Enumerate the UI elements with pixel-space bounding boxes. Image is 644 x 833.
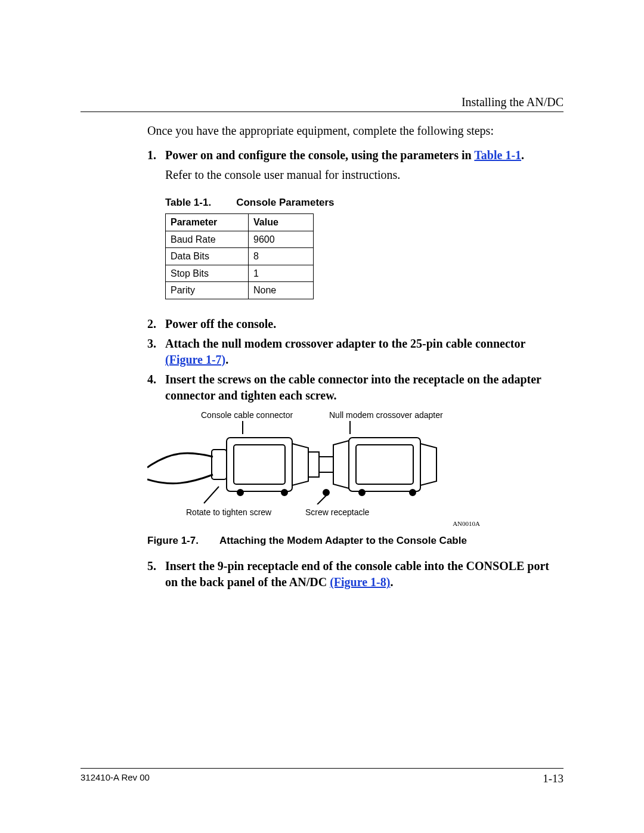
col-parameter: Parameter	[166, 213, 249, 231]
header-rule	[80, 112, 564, 112]
page-footer: 312410-A Rev 00 1-13	[80, 768, 564, 785]
step-1-text-a: Power on and configure the console, usin…	[165, 148, 474, 162]
step-2-text: Power off the console.	[165, 316, 564, 332]
intro-text: Once you have the appropriate equipment,…	[147, 123, 564, 139]
callout-rotate-screw: Rotate to tighten screw	[186, 507, 305, 518]
doc-number: 312410-A Rev 00	[80, 772, 150, 785]
svg-line-16	[317, 496, 326, 504]
page: Installing the AN/DC Once you have the a…	[0, 0, 644, 833]
table-header-row: Parameter Value	[166, 213, 314, 231]
table-caption-title: Console Parameters	[236, 197, 334, 208]
callout-null-modem-adapter: Null modem crossover adapter	[329, 410, 443, 421]
step-list-cont: 5. Insert the 9-pin receptacle end of th…	[147, 558, 564, 590]
callout-screw-receptacle: Screw receptacle	[305, 507, 369, 518]
step-number: 5.	[147, 558, 165, 590]
page-number: 1-13	[543, 772, 564, 785]
step-2: 2. Power off the console.	[147, 316, 564, 332]
figure-id: AN0010A	[147, 519, 480, 528]
table-1-1-link[interactable]: Table 1-1	[474, 148, 521, 162]
connector-diagram	[147, 421, 481, 504]
callout-console-cable-connector: Console cable connector	[201, 410, 329, 421]
step-5: 5. Insert the 9-pin receptacle end of th…	[147, 558, 564, 590]
console-parameters-table: Parameter Value Baud Rate9600 Data Bits8…	[165, 213, 314, 299]
svg-rect-9	[356, 445, 413, 484]
step-list: 1. Power on and configure the console, u…	[147, 147, 564, 404]
table-caption: Table 1-1.Console Parameters	[165, 196, 564, 210]
table-caption-num: Table 1-1.	[165, 197, 211, 208]
svg-rect-4	[234, 445, 285, 484]
table-row: Data Bits8	[166, 248, 314, 265]
figure-1-8-link[interactable]: (Figure 1-8)	[330, 575, 390, 589]
svg-rect-3	[227, 438, 292, 491]
table-row: Stop Bits1	[166, 265, 314, 282]
svg-point-10	[237, 490, 243, 496]
step-1: 1. Power on and configure the console, u…	[147, 147, 564, 312]
figure-caption-title: Attaching the Modem Adapter to the Conso…	[219, 535, 467, 546]
svg-rect-5	[308, 452, 319, 477]
svg-rect-8	[349, 438, 420, 491]
step-3-text-a: Attach the null modem crossover adapter …	[165, 337, 525, 350]
step-number: 1.	[147, 147, 165, 312]
step-number: 2.	[147, 316, 165, 332]
svg-line-15	[204, 487, 219, 503]
svg-point-11	[281, 490, 287, 496]
svg-point-12	[323, 490, 329, 496]
step-number: 4.	[147, 371, 165, 404]
figure-caption: Figure 1-7.Attaching the Modem Adapter t…	[147, 534, 564, 548]
svg-point-13	[359, 490, 365, 496]
step-4: 4. Insert the screws on the cable connec…	[147, 371, 564, 404]
figure-caption-num: Figure 1-7.	[147, 535, 199, 546]
step-3: 3. Attach the null modem crossover adapt…	[147, 336, 564, 368]
figure-1-7-link[interactable]: (Figure 1-7)	[165, 353, 225, 366]
table-row: ParityNone	[166, 282, 314, 299]
table-row: Baud Rate9600	[166, 231, 314, 248]
step-1-sub: Refer to the console user manual for ins…	[165, 167, 564, 183]
step-3-text-b: .	[225, 353, 228, 366]
figure-1-7: Console cable connector Null modem cross…	[147, 410, 564, 548]
step-number: 3.	[147, 336, 165, 368]
body-content: Once you have the appropriate equipment,…	[147, 123, 564, 590]
running-header: Installing the AN/DC	[80, 95, 564, 109]
footer-rule	[80, 768, 564, 769]
step-4-text: Insert the screws on the cable connector…	[165, 371, 564, 404]
svg-rect-2	[212, 450, 227, 479]
svg-point-14	[410, 490, 416, 496]
col-value: Value	[249, 213, 314, 231]
step-5-text-b: .	[390, 575, 393, 589]
step-1-text-b: .	[521, 148, 524, 162]
